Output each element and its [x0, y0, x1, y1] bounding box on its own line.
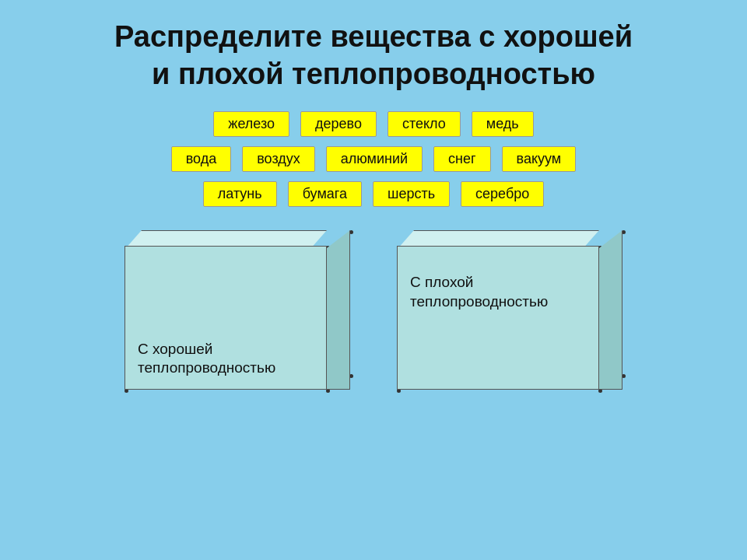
- word-железо[interactable]: железо: [213, 111, 289, 137]
- word-латунь[interactable]: латунь: [203, 181, 277, 207]
- word-стекло[interactable]: стекло: [388, 111, 461, 137]
- word-row-3: латунь бумага шерсть серебро: [203, 181, 544, 207]
- title-line1: Распределите вещества с хорошей: [114, 20, 633, 53]
- page: Распределите вещества с хорошей и плохой…: [0, 0, 747, 560]
- box-good-label: С хорошейтеплопроводностью: [138, 340, 275, 378]
- box-right-face-bad: [598, 230, 622, 390]
- words-area: железо дерево стекло медь вода воздух ал…: [23, 111, 724, 207]
- word-снег[interactable]: снег: [433, 146, 491, 172]
- word-воздух[interactable]: воздух: [242, 146, 315, 172]
- word-дерево[interactable]: дерево: [300, 111, 377, 137]
- word-row-2: вода воздух алюминий снег вакуум: [171, 146, 576, 172]
- title-line2: и плохой теплопроводностью: [152, 58, 595, 90]
- word-медь[interactable]: медь: [472, 111, 534, 137]
- word-вода[interactable]: вода: [171, 146, 232, 172]
- box-bad-conductivity[interactable]: С плохойтеплопроводностью: [397, 230, 622, 386]
- box-right-face-good: [325, 230, 350, 390]
- box-front-face-good: С хорошейтеплопроводностью: [124, 246, 327, 390]
- box-front-face-bad: С плохойтеплопроводностью: [397, 246, 599, 390]
- box-bad-label: С плохойтеплопроводностью: [410, 273, 548, 311]
- word-шерсть[interactable]: шерсть: [373, 181, 450, 207]
- word-вакуум[interactable]: вакуум: [502, 146, 577, 172]
- word-бумага[interactable]: бумага: [288, 181, 362, 207]
- boxes-area: С хорошейтеплопроводностью С плохойтепло…: [23, 230, 724, 386]
- word-алюминий[interactable]: алюминий: [326, 146, 423, 172]
- page-title: Распределите вещества с хорошей и плохой…: [23, 19, 724, 93]
- word-серебро[interactable]: серебро: [461, 181, 544, 207]
- word-row-1: железо дерево стекло медь: [213, 111, 533, 137]
- box-good-conductivity[interactable]: С хорошейтеплопроводностью: [124, 230, 350, 386]
